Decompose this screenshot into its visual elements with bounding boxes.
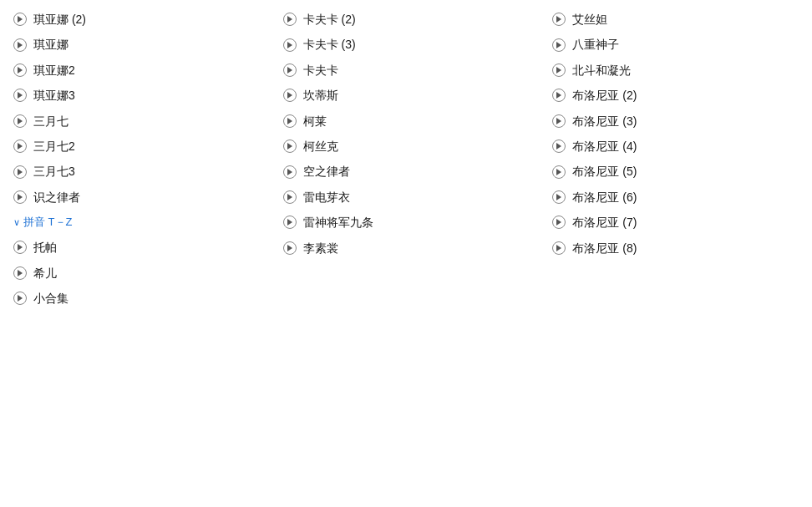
list-item[interactable]: 柯莱 <box>282 109 535 134</box>
item-text: 布洛尼亚 (3) <box>572 112 637 130</box>
item-text: 李素裳 <box>303 239 338 257</box>
item-text: 八重神子 <box>572 35 619 53</box>
play-icon <box>283 165 297 179</box>
item-text: 雷神将军九条 <box>303 213 373 231</box>
play-icon <box>283 63 297 77</box>
play-icon <box>283 215 297 229</box>
item-text: 空之律者 <box>303 162 350 180</box>
list-item[interactable]: 三月七2 <box>12 134 265 159</box>
item-text: 琪亚娜 <box>33 35 69 53</box>
list-item[interactable]: 琪亚娜 (2) <box>12 7 265 32</box>
item-text: 三月七 <box>33 112 69 130</box>
item-text: 雷电芽衣 <box>303 188 350 206</box>
item-text: 琪亚娜2 <box>33 61 75 79</box>
list-item[interactable]: 小合集 <box>12 286 265 311</box>
item-text: 坎蒂斯 <box>303 86 338 104</box>
play-icon <box>13 190 27 204</box>
play-icon <box>283 190 297 204</box>
section-header-tz[interactable]: ∨ 拼音 T－Z <box>12 210 265 235</box>
list-item[interactable]: 卡夫卡 <box>282 58 535 83</box>
list-item[interactable]: 三月七3 <box>12 159 265 184</box>
item-text: 卡夫卡 (2) <box>303 10 356 28</box>
play-icon <box>13 38 27 52</box>
list-item[interactable]: 八重神子 <box>551 32 804 57</box>
item-text: 识之律者 <box>33 188 80 206</box>
item-text: 布洛尼亚 (7) <box>572 213 637 231</box>
section-header-label: 拼音 T－Z <box>23 215 73 230</box>
play-icon <box>552 139 566 153</box>
list-item[interactable]: 李素裳 <box>282 236 535 261</box>
play-icon <box>283 89 297 102</box>
list-item[interactable]: 布洛尼亚 (4) <box>551 134 804 159</box>
play-icon <box>552 241 566 255</box>
list-item[interactable]: 布洛尼亚 (6) <box>551 185 804 210</box>
column-1: 琪亚娜 (2) 琪亚娜 琪亚娜2 琪亚娜3 三月七 三月七2 三月七3 识之律 <box>0 7 273 311</box>
play-icon <box>552 63 566 77</box>
play-icon <box>283 13 297 26</box>
item-text: 柯莱 <box>303 112 327 130</box>
play-icon <box>13 114 27 128</box>
list-item[interactable]: 布洛尼亚 (2) <box>551 83 804 108</box>
list-item[interactable]: 琪亚娜3 <box>12 83 265 108</box>
item-text: 小合集 <box>33 289 69 307</box>
play-icon <box>283 139 297 153</box>
item-text: 艾丝妲 <box>572 10 607 28</box>
item-text: 卡夫卡 <box>303 61 338 79</box>
item-text: 北斗和凝光 <box>572 61 631 79</box>
play-icon <box>13 241 27 254</box>
item-text: 布洛尼亚 (2) <box>572 86 637 104</box>
play-icon <box>552 89 566 102</box>
list-item[interactable]: 布洛尼亚 (7) <box>551 210 804 235</box>
list-item[interactable]: 卡夫卡 (2) <box>282 7 535 32</box>
list-item[interactable]: 柯丝克 <box>282 134 535 159</box>
play-icon <box>13 266 27 280</box>
play-icon <box>13 292 27 305</box>
item-text: 柯丝克 <box>303 137 338 155</box>
item-text: 三月七3 <box>33 162 75 180</box>
item-text: 布洛尼亚 (5) <box>572 162 637 180</box>
play-icon <box>13 139 27 153</box>
play-icon <box>552 114 566 128</box>
item-text: 希儿 <box>33 264 57 282</box>
list-item[interactable]: 雷电芽衣 <box>282 185 535 210</box>
item-text: 布洛尼亚 (8) <box>572 239 637 257</box>
item-text: 卡夫卡 (3) <box>303 35 356 53</box>
item-text: 三月七2 <box>33 137 75 155</box>
play-icon <box>13 89 27 102</box>
main-container: 琪亚娜 (2) 琪亚娜 琪亚娜2 琪亚娜3 三月七 三月七2 三月七3 识之律 <box>0 0 812 317</box>
play-icon <box>552 165 566 179</box>
list-item[interactable]: 雷神将军九条 <box>282 210 535 235</box>
column-2: 卡夫卡 (2) 卡夫卡 (3) 卡夫卡 坎蒂斯 柯莱 柯丝克 空之律者 雷电芽 <box>273 7 543 311</box>
list-item[interactable]: 布洛尼亚 (3) <box>551 109 804 134</box>
play-icon <box>552 13 566 26</box>
play-icon <box>283 241 297 255</box>
list-item[interactable]: 坎蒂斯 <box>282 83 535 108</box>
item-text: 托帕 <box>33 238 57 256</box>
chevron-down-icon: ∨ <box>13 217 20 228</box>
list-item[interactable]: 识之律者 <box>12 185 265 210</box>
list-item[interactable]: 卡夫卡 (3) <box>282 32 535 57</box>
item-text: 琪亚娜 (2) <box>33 10 86 28</box>
list-item[interactable]: 三月七 <box>12 109 265 134</box>
list-item[interactable]: 布洛尼亚 (5) <box>551 159 804 184</box>
list-item[interactable]: 艾丝妲 <box>551 7 804 32</box>
play-icon <box>13 13 27 26</box>
play-icon <box>283 38 297 52</box>
play-icon <box>552 190 566 204</box>
play-icon <box>283 114 297 128</box>
list-item[interactable]: 布洛尼亚 (8) <box>551 236 804 261</box>
item-text: 布洛尼亚 (6) <box>572 188 637 206</box>
list-item[interactable]: 托帕 <box>12 235 265 260</box>
play-icon <box>13 63 27 77</box>
list-item[interactable]: 希儿 <box>12 261 265 286</box>
item-text: 琪亚娜3 <box>33 86 75 104</box>
list-item[interactable]: 琪亚娜2 <box>12 58 265 83</box>
list-item[interactable]: 北斗和凝光 <box>551 58 804 83</box>
list-item[interactable]: 空之律者 <box>282 159 535 184</box>
play-icon <box>13 165 27 179</box>
item-text: 布洛尼亚 (4) <box>572 137 637 155</box>
list-item[interactable]: 琪亚娜 <box>12 32 265 57</box>
play-icon <box>552 38 566 52</box>
play-icon <box>552 215 566 229</box>
column-3: 艾丝妲 八重神子 北斗和凝光 布洛尼亚 (2) 布洛尼亚 (3) 布洛尼亚 (4… <box>542 7 812 311</box>
